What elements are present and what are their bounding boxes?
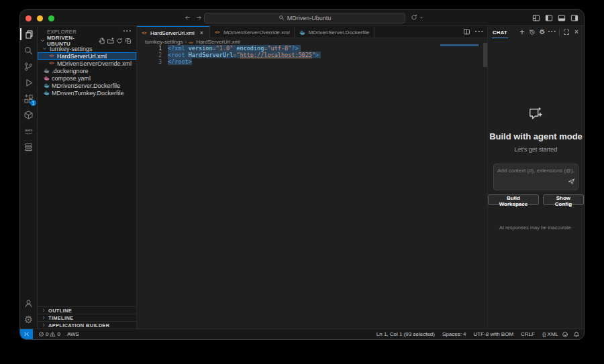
more-icon[interactable]: ··· [476, 28, 483, 36]
tree-item-label: MDrivenServer.Dockerfile [52, 82, 120, 89]
activity-source-control[interactable] [20, 58, 37, 74]
tab-mdrivenserveroverride-xml[interactable]: </>MDrivenServerOverride.xml [210, 26, 295, 38]
window-control-zoom[interactable] [48, 15, 54, 21]
status-bar: 00 AWS Ln 1, Col 1 (93 selected)Spaces: … [20, 328, 584, 339]
close-icon[interactable]: × [199, 30, 205, 36]
status-item-ln-1-col-1-93-selected[interactable]: Ln 1, Col 1 (93 selected) [376, 331, 435, 337]
status-item-aws[interactable]: AWS [67, 331, 79, 337]
tree-item-label: turnkey-settings [50, 46, 93, 52]
window-control-close[interactable] [26, 15, 32, 21]
sidebar-section-timeline[interactable]: TIMELINE [38, 314, 136, 321]
chevron-down-icon[interactable] [419, 15, 424, 20]
activity-explorer[interactable] [20, 26, 37, 42]
activity-bar-bottom: ⚙ [20, 295, 37, 328]
problems-status[interactable]: 00 [38, 331, 60, 337]
activity-run-debug[interactable] [20, 74, 37, 90]
activity-settings[interactable]: ⚙ [20, 311, 37, 327]
forward-icon[interactable] [195, 14, 203, 21]
minimap-selection-mark [440, 44, 479, 46]
tree-item-label: MDrivenServerOverride.xml [57, 60, 132, 67]
chat-input[interactable] [494, 164, 578, 190]
section-actions [99, 38, 132, 44]
chat-empty-state: Build with agent mode Let's get started [488, 105, 584, 153]
breadcrumb-item-turnkey-settings[interactable]: turnkey-settings [145, 39, 183, 45]
code-editor[interactable]: 1<?xml version="1.0" encoding="utf-8"?>2… [137, 45, 489, 65]
toggle-secondary-sidebar-icon[interactable] [570, 14, 578, 22]
activity-containers[interactable] [20, 107, 37, 123]
run-debug-icon [23, 78, 34, 88]
tab-chat[interactable]: CHAT [492, 27, 508, 38]
new-folder-icon[interactable] [107, 38, 114, 44]
tree-item-dockerignore[interactable]: .dockerignore [38, 67, 136, 74]
refresh-icon[interactable] [116, 38, 123, 44]
maximize-icon[interactable] [563, 29, 570, 36]
history-icon[interactable] [529, 29, 536, 36]
button-build-workspace[interactable]: Build Workspace [488, 194, 539, 205]
tab-label: MDrivenServer.Dockerfile [308, 29, 369, 36]
send-icon[interactable] [568, 178, 575, 185]
status-item-xml[interactable]: {} XML [542, 331, 558, 337]
command-center[interactable]: MDriven-Ubuntu [204, 13, 405, 23]
activity-extensions[interactable]: 1 [20, 90, 37, 107]
tab-mdrivenserver-dockerfile[interactable]: MDrivenServer.Dockerfile [295, 26, 374, 38]
more-icon[interactable]: ··· [124, 28, 131, 35]
feedback-icon[interactable] [562, 331, 568, 338]
status-item-crlf[interactable]: CRLF [521, 331, 535, 337]
sidebar-title: EXPLORER [47, 29, 77, 35]
breadcrumb-separator: › [185, 39, 187, 45]
xml-icon: </> [49, 53, 55, 59]
collapse-all-icon[interactable] [125, 38, 132, 44]
toggle-primary-sidebar-icon[interactable] [545, 14, 553, 22]
close-icon[interactable]: × [573, 29, 580, 36]
settings-icon: ⚙ [23, 314, 34, 324]
send-icon-mount [568, 176, 575, 188]
activity-docker[interactable] [20, 139, 37, 155]
breadcrumb-item-hardserverurl-xml[interactable]: HardServerUrl.xml [196, 39, 240, 45]
status-item-spaces-4[interactable]: Spaces: 4 [442, 331, 466, 337]
tree-item-hardserverurl-xml[interactable]: </>HardServerUrl.xml [38, 52, 136, 60]
tree-item-label: HardServerUrl.xml [57, 53, 107, 60]
activity-aws[interactable]: aws [20, 123, 37, 139]
code-token: "utf-8" [267, 45, 291, 52]
sidebar-section-application-builder[interactable]: APPLICATION BUILDER [38, 321, 136, 328]
warning-icon [50, 331, 56, 337]
reload-icon[interactable] [411, 14, 417, 21]
chat-header-icons: +⚙···× [519, 29, 580, 36]
more-icon[interactable]: ··· [549, 29, 556, 36]
back-icon[interactable] [184, 14, 191, 21]
activity-accounts[interactable] [20, 295, 37, 311]
tree-item-compose-yaml[interactable]: compose.yaml [38, 74, 136, 82]
divider [559, 29, 560, 36]
tree-item-mdrivenserveroverride-xml[interactable]: </>MDrivenServerOverride.xml [38, 60, 136, 67]
nav-arrows [184, 14, 203, 21]
tree-item-turnkey-settings[interactable]: turnkey-settings [38, 45, 136, 52]
new-chat-icon[interactable]: + [519, 29, 525, 36]
status-item-utf-8-with-bom[interactable]: UTF-8 with BOM [474, 331, 514, 337]
split-editor-icon[interactable] [463, 28, 470, 36]
vscode-window: MDriven-Ubuntu 1aws ⚙ EXPLORER ··· MDRIV… [19, 9, 585, 340]
window-control-minimize[interactable] [37, 15, 43, 21]
button-show-config[interactable]: Show Config [543, 194, 584, 205]
remote-indicator[interactable] [20, 329, 33, 339]
bell-icon[interactable] [573, 331, 580, 338]
tree-item-mdriventurnkey-dockerfile[interactable]: MDrivenTurnkey.Dockerfile [38, 89, 136, 97]
new-file-icon[interactable] [99, 38, 105, 44]
customize-layout-icon[interactable] [532, 14, 540, 22]
workspace-section-header[interactable]: MDRIVEN-UBUNTU [38, 37, 136, 45]
tab-hardserverurl-xml[interactable]: </>HardServerUrl.xml× [137, 26, 210, 39]
sidebar-section-outline[interactable]: OUTLINE [38, 306, 136, 314]
code-line-1: 1<?xml version="1.0" encoding="utf-8"?> [137, 45, 489, 52]
chat-disclaimer: AI responses may be inaccurate. [488, 225, 584, 231]
chat-input-box: Add context (#), extensions (@), comman [493, 164, 578, 190]
code-token: encoding [236, 45, 264, 52]
explorer-sidebar: EXPLORER ··· MDRIVEN-UBUNTU turnkey-sett… [38, 26, 137, 328]
tree-item-label: compose.yaml [52, 75, 91, 82]
xml-icon: </> [49, 60, 55, 66]
tree-item-mdrivenserver-dockerfile[interactable]: MDrivenServer.Dockerfile [38, 82, 136, 89]
configure-icon[interactable]: ⚙ [539, 29, 546, 36]
selected-text: <?xml version="1.0" encoding="utf-8"?> [168, 45, 301, 52]
command-center-label: MDriven-Ubuntu [287, 15, 332, 21]
activity-search[interactable] [20, 42, 37, 58]
toggle-panel-icon[interactable] [558, 14, 566, 22]
svg-text:</>: </> [189, 40, 193, 44]
